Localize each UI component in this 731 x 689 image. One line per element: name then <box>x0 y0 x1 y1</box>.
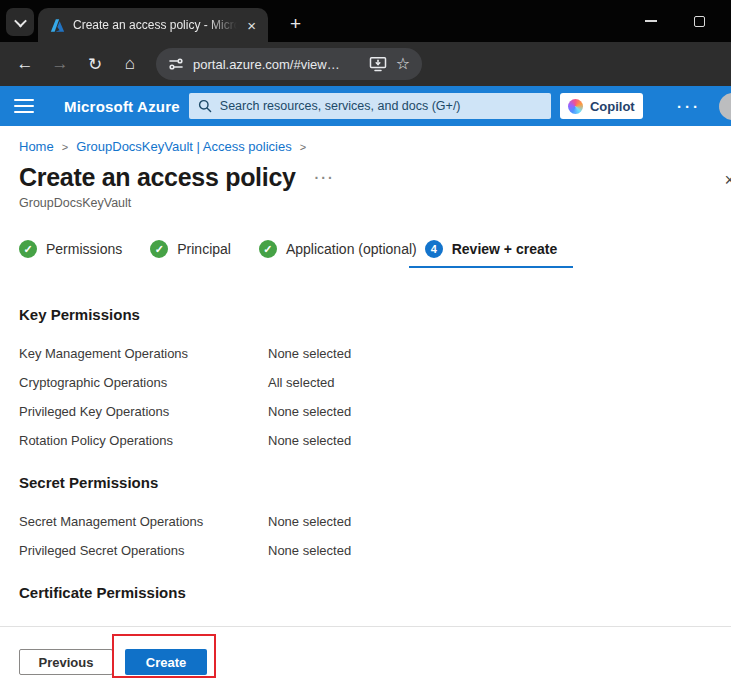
breadcrumb-vault-link[interactable]: GroupDocsKeyVault | Access policies <box>76 139 292 154</box>
chevron-down-icon <box>14 14 27 27</box>
table-row: Rotation Policy Operations None selected <box>19 433 712 448</box>
avatar[interactable] <box>719 93 731 120</box>
reload-icon[interactable]: ↻ <box>82 54 108 75</box>
window-controls <box>645 0 705 42</box>
key-permissions-rows: Key Management Operations None selected … <box>19 346 712 448</box>
tab-label: Application (optional) <box>286 241 417 257</box>
url-text[interactable]: portal.azure.com/#view… <box>193 57 360 72</box>
hamburger-menu-icon[interactable] <box>14 99 34 113</box>
copilot-icon <box>568 99 583 114</box>
site-settings-icon[interactable] <box>168 56 184 72</box>
section-heading-key-permissions: Key Permissions <box>19 306 712 323</box>
tab-search-button[interactable] <box>6 8 34 36</box>
table-row: Privileged Key Operations None selected <box>19 404 712 419</box>
install-app-icon[interactable] <box>369 56 387 72</box>
page-title: Create an access policy <box>19 163 296 192</box>
azure-favicon <box>50 18 65 33</box>
row-value: None selected <box>268 404 351 419</box>
title-row: Create an access policy ··· <box>19 163 712 192</box>
tab-review-create[interactable]: 4 Review + create <box>409 240 573 268</box>
browser-tab[interactable]: Create an access policy - Micros × <box>38 8 268 42</box>
check-circle-icon: ✓ <box>259 240 277 258</box>
blade-content: Home > GroupDocsKeyVault | Access polici… <box>0 126 731 675</box>
tab-label: Permissions <box>46 241 122 257</box>
home-icon[interactable]: ⌂ <box>117 54 143 74</box>
row-label: Privileged Key Operations <box>19 404 268 419</box>
header-more-icon[interactable]: ··· <box>677 98 701 115</box>
table-row: Privileged Secret Operations None select… <box>19 543 712 558</box>
address-bar[interactable]: portal.azure.com/#view… ☆ <box>156 48 422 80</box>
screen: Create an access policy - Micros × + ← →… <box>0 0 731 689</box>
row-value: None selected <box>268 433 351 448</box>
tab-application[interactable]: ✓ Application (optional) <box>259 240 417 267</box>
azure-brand[interactable]: Microsoft Azure <box>64 98 180 115</box>
wizard-tabs: ✓ Permissions ✓ Principal ✓ Application … <box>19 240 712 268</box>
tab-principal[interactable]: ✓ Principal <box>150 240 231 267</box>
row-label: Secret Management Operations <box>19 514 268 529</box>
step-number-badge: 4 <box>425 240 443 258</box>
breadcrumb-home-link[interactable]: Home <box>19 139 54 154</box>
azure-header: Microsoft Azure Copilot ··· <box>0 86 731 126</box>
footer-divider <box>0 626 731 627</box>
breadcrumb: Home > GroupDocsKeyVault | Access polici… <box>19 126 712 154</box>
blade-close-icon[interactable]: × <box>724 170 731 191</box>
row-value: None selected <box>268 346 351 361</box>
footer-actions: Previous Create <box>19 649 712 675</box>
row-value: None selected <box>268 543 351 558</box>
search-input[interactable] <box>220 99 542 113</box>
tab-permissions[interactable]: ✓ Permissions <box>19 240 122 267</box>
section-heading-certificate-permissions: Certificate Permissions <box>19 584 712 601</box>
breadcrumb-chevron-icon: > <box>300 141 306 153</box>
tab-title: Create an access policy - Micros <box>73 18 237 32</box>
new-tab-button[interactable]: + <box>290 14 301 33</box>
copilot-label: Copilot <box>590 99 635 114</box>
tab-close-icon[interactable]: × <box>245 18 258 33</box>
maximize-icon[interactable] <box>694 16 705 27</box>
check-circle-icon: ✓ <box>150 240 168 258</box>
section-heading-secret-permissions: Secret Permissions <box>19 474 712 491</box>
create-button[interactable]: Create <box>125 649 207 675</box>
tab-label: Review + create <box>452 241 557 257</box>
breadcrumb-chevron-icon: > <box>62 141 68 153</box>
forward-icon[interactable]: → <box>47 54 73 74</box>
copilot-button[interactable]: Copilot <box>560 93 643 119</box>
minimize-icon[interactable] <box>645 20 657 22</box>
title-more-icon[interactable]: ··· <box>315 170 335 186</box>
row-label: Rotation Policy Operations <box>19 433 268 448</box>
row-label: Key Management Operations <box>19 346 268 361</box>
page-subtitle: GroupDocsKeyVault <box>19 196 712 210</box>
azure-search-box[interactable] <box>189 93 551 119</box>
table-row: Key Management Operations None selected <box>19 346 712 361</box>
bookmark-star-icon[interactable]: ☆ <box>396 56 410 72</box>
tab-label: Principal <box>177 241 231 257</box>
back-icon[interactable]: ← <box>12 54 38 74</box>
browser-titlebar: Create an access policy - Micros × + <box>0 0 731 42</box>
previous-button[interactable]: Previous <box>19 649 113 675</box>
secret-permissions-rows: Secret Management Operations None select… <box>19 514 712 558</box>
table-row: Secret Management Operations None select… <box>19 514 712 529</box>
search-icon <box>198 99 212 113</box>
row-value: All selected <box>268 375 334 390</box>
row-label: Privileged Secret Operations <box>19 543 268 558</box>
check-circle-icon: ✓ <box>19 240 37 258</box>
table-row: Cryptographic Operations All selected <box>19 375 712 390</box>
row-label: Cryptographic Operations <box>19 375 268 390</box>
row-value: None selected <box>268 514 351 529</box>
browser-toolbar: ← → ↻ ⌂ portal.azure.com/#view… <box>0 42 731 86</box>
